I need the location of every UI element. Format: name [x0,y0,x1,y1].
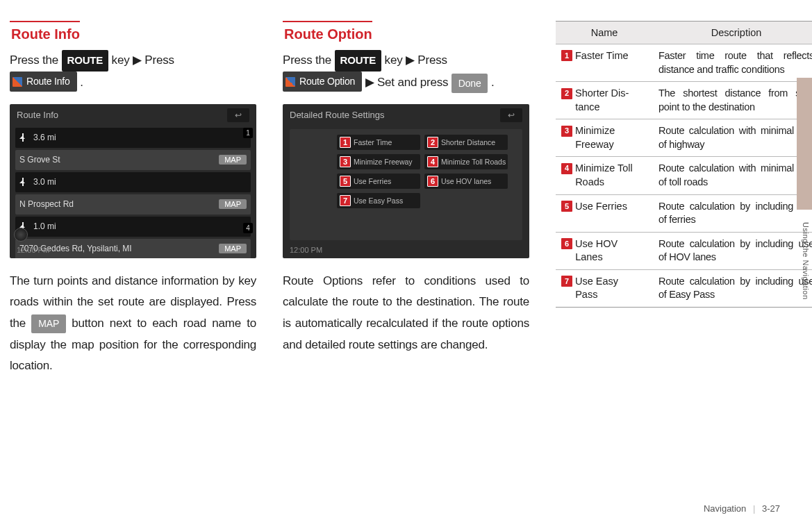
route-row: N Prospect RdMAP [15,194,251,215]
opt-shorter-distance: 2Shorter Distance [424,135,508,150]
distance: 3.6 mi [33,133,75,142]
num-badge: 5 [561,201,572,212]
th-desc: Description [653,22,812,44]
section-title-route-info: Route Info [10,21,80,42]
turn-icon [19,178,28,186]
options-table: Name Description 1Faster Time Faster tim… [556,21,812,308]
page-footer: Navigation | 3-27 [704,503,780,514]
text: Press the [283,53,335,67]
instruction-route-info: Press the ROUTE key ▶ Press Route Info . [10,49,256,94]
route-info-icon [13,77,22,87]
table-row: 6Use HOV Lanes Route calculation by incl… [556,232,812,269]
road-name: N Prospect Rd [19,199,219,209]
opt-faster-time: 1Faster Time [337,135,420,150]
footer-section: Navigation [704,503,746,514]
label: Faster Time [354,138,392,146]
side-tab [797,78,812,210]
turn-icon [19,133,28,142]
shot-title: Route Info [17,110,58,120]
table-row: 4Minimize Toll Roads Route calculation w… [556,157,812,194]
label: Minimize Toll Roads [441,158,506,166]
table-row: 2Shorter Dis- tance The shortest distanc… [556,82,812,119]
clock: 12:00 PM [17,246,49,254]
route-row: S Grove StMAP [15,150,251,170]
opt-desc: Route calculation by including use of fe… [653,194,812,232]
route-key: ROUTE [62,50,109,72]
col-route-option: Route Option Press the ROUTE key ▶ Press… [283,21,529,377]
route-option-label: Route Option [299,72,355,91]
label: Use HOV lanes [441,177,491,185]
text: key ▶ Press [112,53,174,67]
text: Press the [10,53,62,67]
route-option-icon [285,77,295,87]
route-info-label: Route Info [26,72,70,91]
callout-2: 2 [427,137,438,148]
distance: 3.0 mi [33,177,75,187]
section-title-route-option: Route Option [283,21,372,42]
distance: 1.0 mi [33,221,75,231]
opt-desc: Route calculation by including use of HO… [653,232,812,269]
num-badge: 4 [561,163,572,174]
num-badge: 6 [561,238,572,249]
label: Use Easy Pass [354,196,403,205]
route-row: 3.6 mi [15,128,251,148]
callout-1: 1 [340,137,351,148]
back-icon: ↩ [227,108,249,122]
opt-name: Faster Time [575,50,629,61]
road-name: S Grove St [19,155,219,165]
route-info-key: Route Info [10,72,77,92]
num-badge: 2 [561,88,572,99]
col-options-table: Name Description 1Faster Time Faster tim… [556,21,812,377]
done-key: Done [451,74,488,94]
opt-min-freeway: 3Minimize Freeway [337,154,420,169]
shot-title: Detailed Route Settings [290,110,385,120]
callout-3: 3 [340,156,351,167]
callout-5: 5 [340,176,351,187]
opt-desc: Faster time route that reflects distance… [653,44,812,82]
label: Minimize Freeway [354,158,413,166]
callout-7: 7 [340,195,351,206]
pager-up: 1 [243,128,253,138]
num-badge: 1 [561,50,572,61]
opt-hov: 6Use HOV lanes [424,174,508,189]
num-badge: 7 [561,276,572,287]
table-row: 1Faster Time Faster time route that refl… [556,44,812,82]
text: . [491,76,495,90]
page-columns: Route Info Press the ROUTE key ▶ Press R… [0,0,812,377]
text: key ▶ Press [385,53,447,67]
text: ▶ Set and press [365,76,451,90]
callout-6: 6 [427,176,438,187]
screenshot-route-option: Detailed Route Settings ↩ Done 1Faster T… [283,104,529,258]
num-badge: 3 [561,126,572,137]
text: . [80,76,83,90]
footer-separator: | [749,503,759,514]
route-row: 1.0 mi [15,217,251,237]
opt-desc: Route calculation by including use of Ea… [653,269,812,307]
col-route-info: Route Info Press the ROUTE key ▶ Press R… [10,21,256,377]
opt-desc: Route calculation with minimal use of to… [653,157,812,194]
clock: 12:00 PM [290,246,322,254]
opt-min-toll: 4Minimize Toll Roads [424,154,508,169]
route-row: 3.0 mi [15,172,251,192]
table-row: 3Minimize Freeway Route calculation with… [556,119,812,157]
map-key: MAP [31,314,66,333]
opt-easy-pass: 7Use Easy Pass [337,193,420,208]
pager-down: 4 [243,223,253,233]
pager: 1 4 [243,128,253,233]
opt-desc: The shortest distance from start point t… [653,82,812,119]
footer-page: 3-27 [762,503,780,514]
paragraph-route-option: Route Options refer to conditions used t… [283,271,529,355]
table-row: 5Use Ferries Route calculation by includ… [556,194,812,232]
th-name: Name [556,22,653,44]
back-icon: ↩ [500,108,522,122]
table-row: 7Use Easy Pass Route calculation by incl… [556,269,812,307]
label: Shorter Distance [441,138,495,146]
route-row: 7070 Geddes Rd, Ypsilanti, MIMAP [15,239,251,258]
route-option-key: Route Option [283,72,362,92]
instruction-route-option: Press the ROUTE key ▶ Press Route Option… [283,49,529,94]
paragraph-route-info: The turn points and distance information… [10,271,256,377]
opt-desc: Route calculation with minimal use of hi… [653,119,812,157]
route-info-list: 3.6 mi S Grove StMAP 3.0 mi N Prospect R… [15,128,251,258]
opt-name: Use Ferries [575,201,627,212]
label: Use Ferries [354,177,391,185]
